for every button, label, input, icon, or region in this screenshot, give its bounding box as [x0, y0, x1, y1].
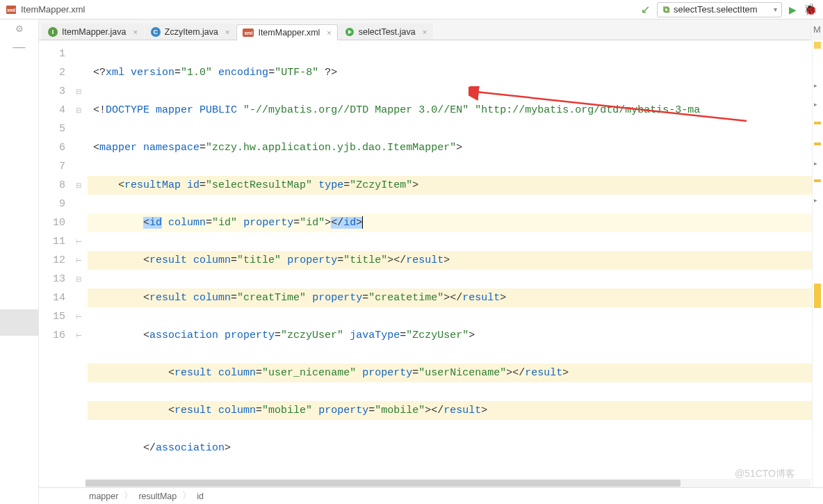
xml-file-icon: xml	[243, 29, 254, 37]
window-title: ItemMapper.xml	[21, 4, 641, 15]
tab-label: ItemMapper.java	[62, 27, 126, 37]
code-line: <!DOCTYPE mapper PUBLIC "-//mybatis.org/…	[88, 101, 812, 120]
run-config-dropdown[interactable]: ⧉ selectTest.selectItem	[657, 2, 782, 17]
debug-button[interactable]: 🐞	[804, 3, 817, 16]
breadcrumb-item[interactable]: resultMap	[138, 491, 177, 501]
code-line-current: <id column="id" property="id"></id>	[88, 213, 812, 232]
code-line: <result column="creatTime" property="cre…	[88, 288, 812, 307]
horizontal-scrollbar[interactable]	[85, 479, 810, 487]
left-tool-gutter: ⚙ —	[0, 19, 39, 504]
breadcrumb-item[interactable]: id	[197, 491, 204, 501]
test-class-icon	[345, 27, 355, 37]
svg-text:xml: xml	[7, 8, 15, 13]
main-content-row: ⚙ — I ItemMapper.java × C ZczyItem.java …	[0, 19, 823, 504]
tab-selecttest-java[interactable]: selectTest.java ×	[339, 24, 433, 40]
fold-gutter[interactable]: ⊟⊟⊟⊢⊢⊟⊢⊢	[72, 40, 85, 504]
code-line: <?xml version="1.0" encoding="UTF-8" ?>	[88, 63, 812, 82]
tool-window-letter[interactable]: M	[810, 19, 823, 40]
code-editor[interactable]: 12345678910111213141516 ⊟⊟⊟⊢⊢⊟⊢⊢ <?xml v…	[39, 40, 823, 504]
code-line: <result column="title" property="title">…	[88, 251, 812, 270]
warning-marker[interactable]	[814, 143, 821, 145]
java-interface-icon: I	[48, 27, 58, 37]
editor-tab-bar: I ItemMapper.java × C ZczyItem.java × xm…	[39, 19, 810, 40]
code-line: <result column="mobile" property="mobile…	[88, 401, 812, 420]
gear-icon[interactable]: ⚙	[15, 24, 24, 34]
close-icon[interactable]: ×	[225, 28, 229, 36]
right-marker-bar[interactable]: ▸ ▸ ▸ ▸	[812, 40, 823, 504]
editor-content-area: I ItemMapper.java × C ZczyItem.java × xm…	[39, 19, 823, 504]
line-number-gutter: 12345678910111213141516	[39, 40, 72, 504]
code-line: <result column="user_nicename" property=…	[88, 364, 812, 382]
tab-itemmapper-java[interactable]: I ItemMapper.java ×	[42, 24, 144, 40]
warning-block-marker[interactable]	[814, 284, 821, 308]
marker-nav-icon[interactable]: ▸	[814, 197, 817, 204]
back-nav-icon[interactable]: ↙	[641, 3, 650, 16]
breadcrumb-bar: mapper 〉 resultMap 〉 id	[39, 487, 823, 504]
code-line: <association property="zczyUser" javaTyp…	[88, 326, 812, 345]
tab-label: ItemMapper.xml	[258, 28, 320, 38]
top-toolbar: ↙ ⧉ selectTest.selectItem ▶ 🐞	[641, 2, 817, 17]
xml-file-icon: xml	[6, 4, 17, 15]
code-line: </association>	[88, 439, 812, 457]
run-button[interactable]: ▶	[789, 4, 797, 15]
run-config-icon: ⧉	[663, 4, 669, 15]
code-line: <mapper namespace="zczy.hw.application.y…	[88, 138, 812, 157]
marker-nav-icon[interactable]: ▸	[814, 160, 817, 167]
scrollbar-thumb[interactable]	[85, 480, 681, 487]
breadcrumb-item[interactable]: mapper	[89, 491, 118, 501]
tab-itemmapper-xml[interactable]: xml ItemMapper.xml ×	[236, 24, 337, 40]
code-text-area[interactable]: <?xml version="1.0" encoding="UTF-8" ?> …	[85, 40, 812, 504]
code-line: <resultMap id="selectResultMap" type="Zc…	[88, 176, 812, 195]
window-title-bar: xml ItemMapper.xml ↙ ⧉ selectTest.select…	[0, 0, 823, 19]
marker-nav-icon[interactable]: ▸	[814, 82, 817, 89]
analysis-status-icon	[814, 42, 821, 49]
warning-marker[interactable]	[814, 122, 821, 124]
close-icon[interactable]: ×	[327, 29, 331, 37]
close-icon[interactable]: ×	[133, 28, 137, 36]
left-vbar-marker	[0, 309, 39, 336]
collapse-icon[interactable]: —	[13, 40, 26, 54]
tab-label: selectTest.java	[359, 27, 416, 37]
tab-zczyitem-java[interactable]: C ZczyItem.java ×	[145, 24, 236, 40]
marker-nav-icon[interactable]: ▸	[814, 101, 817, 108]
breadcrumb-sep: 〉	[124, 490, 133, 502]
tab-label: ZczyItem.java	[165, 27, 218, 37]
text-caret	[362, 216, 363, 229]
close-icon[interactable]: ×	[423, 28, 427, 36]
run-config-label: selectTest.selectItem	[674, 4, 758, 15]
java-class-icon: C	[151, 27, 161, 37]
breadcrumb-sep: 〉	[182, 490, 191, 502]
warning-marker[interactable]	[814, 179, 821, 182]
